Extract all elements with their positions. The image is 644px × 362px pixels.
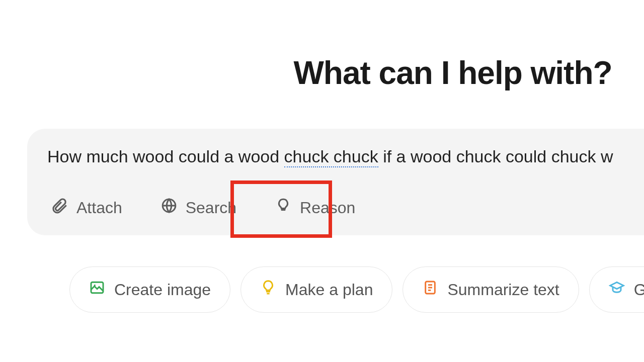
prompt-text-after: if a wood chuck could chuck w [378,147,613,166]
paperclip-icon [51,197,68,218]
chip-get-advice-label: Get advic [634,281,644,299]
attach-button[interactable]: Attach [45,193,128,222]
chip-make-plan[interactable]: Make a plan [240,266,392,313]
reason-button[interactable]: Reason [269,193,361,222]
chip-make-plan-label: Make a plan [285,281,373,299]
svg-point-3 [94,285,96,286]
prompt-text[interactable]: How much wood could a wood chuck chuck i… [47,147,613,166]
page-title: What can I help with? [0,54,644,92]
chip-summarize-text[interactable]: Summarize text [403,266,579,313]
prompt-input-card[interactable]: How much wood could a wood chuck chuck i… [27,129,644,235]
image-icon [89,280,105,300]
input-tools-row: Attach Search Reason [45,193,361,222]
attach-label: Attach [76,199,122,217]
prompt-text-before: How much wood could a wood [47,147,284,166]
lightbulb-icon [275,197,292,218]
chip-get-advice[interactable]: Get advic [589,266,644,313]
reason-label: Reason [300,199,355,217]
prompt-text-flagged: chuck chuck [284,147,378,167]
suggestion-chips-row: Create image Make a plan Summarize text … [69,266,644,313]
search-label: Search [186,199,236,217]
document-icon [422,280,438,300]
chip-summarize-label: Summarize text [447,281,559,299]
globe-icon [160,197,178,218]
lightbulb-icon [260,280,276,300]
chip-create-image-label: Create image [114,281,211,299]
graduation-cap-icon [609,280,625,300]
chip-create-image[interactable]: Create image [69,266,230,313]
search-button[interactable]: Search [154,193,243,222]
